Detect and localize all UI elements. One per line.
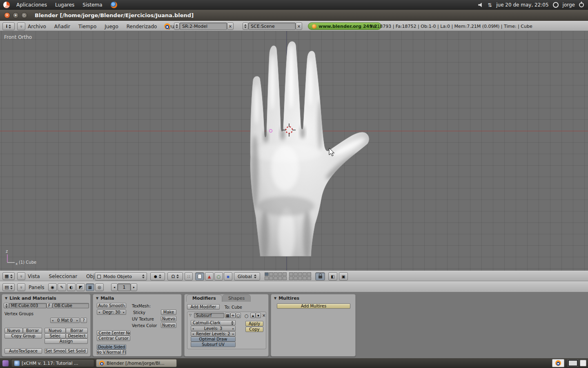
layer-toggle[interactable]: [274, 272, 278, 276]
manipulator-hand-button[interactable]: [195, 272, 204, 280]
minimize-icon[interactable]: ▾: [13, 12, 19, 18]
set-smooth-button[interactable]: Set Smoo: [45, 348, 66, 354]
viewport-3d[interactable]: z x Front Ortho (1) Cube: [0, 31, 588, 271]
layer-toggle[interactable]: [307, 276, 311, 280]
copy-group-button[interactable]: Copy Group: [4, 333, 42, 339]
auto-smooth-toggle[interactable]: Auto Smooth: [97, 303, 126, 308]
panel-collapse-icon[interactable]: ▼: [5, 296, 7, 300]
layer-toggle[interactable]: [294, 276, 298, 280]
object-context-icon[interactable]: ◩: [76, 283, 85, 291]
mesh-browse-button[interactable]: [4, 303, 9, 308]
editor-type-button[interactable]: ▦: [2, 272, 15, 280]
modifier-name-field[interactable]: Subsurf: [194, 313, 224, 318]
power-icon[interactable]: [579, 2, 584, 7]
mode-dropdown[interactable]: Modo Objeto: [95, 272, 147, 280]
screen-delete-x-button[interactable]: ×: [227, 22, 234, 30]
proportional-edit-button[interactable]: ◧: [328, 272, 337, 280]
mesh-name-field[interactable]: ME:Cube.003: [9, 303, 47, 308]
translate-manipulator-button[interactable]: ▲: [205, 272, 214, 280]
taskbar-window-blender[interactable]: Blender [/home/jorge/Bl...: [96, 359, 177, 367]
window-type-button[interactable]: i: [2, 22, 15, 30]
distro-menu-icon[interactable]: [3, 2, 10, 8]
lock-layers-button[interactable]: [315, 272, 325, 280]
modifier-editmode-toggle-icon[interactable]: ○: [236, 313, 241, 318]
window-list-applet-icon[interactable]: [2, 360, 9, 366]
add-modifier-button[interactable]: Add Modifier: [187, 304, 220, 310]
vertex-color-new-button[interactable]: Nuevo: [161, 323, 176, 328]
subdiv-type-dropdown[interactable]: Catmull-Clark: [191, 320, 236, 325]
tab-shapes[interactable]: Shapes: [222, 294, 251, 302]
sticky-make-button[interactable]: Make: [161, 310, 176, 315]
modifier-render-toggle-icon[interactable]: ▦: [225, 313, 230, 318]
screen-browse-button[interactable]: [174, 22, 180, 30]
editing-context-icon[interactable]: ▦: [86, 283, 94, 291]
layer-toggle[interactable]: [294, 272, 298, 276]
material-help-button[interactable]: ?: [80, 318, 87, 323]
set-solid-button[interactable]: Set Solid: [66, 348, 88, 354]
applications-menu[interactable]: Aplicaciones: [12, 0, 51, 10]
scene-name-field[interactable]: SCE:Scene: [248, 22, 296, 30]
menu-anadir[interactable]: Añadir: [54, 24, 70, 29]
snap-dots-icon[interactable]: ∷: [185, 272, 193, 280]
network-icon[interactable]: ⇅: [488, 2, 492, 8]
object-name-field[interactable]: OB:Cube: [52, 303, 89, 308]
frame-number-field[interactable]: 1: [118, 283, 131, 291]
layer-toggle[interactable]: [307, 272, 311, 276]
oncage-circle-icon[interactable]: ○: [245, 313, 249, 319]
layer-toggle[interactable]: [265, 272, 269, 276]
user-name[interactable]: jorge: [563, 2, 575, 8]
material-delete-button[interactable]: Borrar: [66, 328, 88, 333]
user-icon[interactable]: [553, 2, 559, 8]
autotexspace-button[interactable]: AutoTexSpace: [4, 348, 42, 354]
panel-collapse-icon[interactable]: ▼: [274, 296, 276, 300]
vgroup-delete-button[interactable]: Borrar: [23, 328, 42, 333]
layer-toggle[interactable]: [298, 272, 302, 276]
layer-toggle[interactable]: [278, 276, 282, 280]
tray-blender-icon[interactable]: [552, 359, 564, 367]
modifier-realtime-toggle-icon[interactable]: +: [230, 313, 236, 318]
scene-browse-button[interactable]: [243, 22, 248, 30]
pivot-dropdown[interactable]: Ω: [167, 272, 183, 280]
layer-toggle[interactable]: [283, 276, 287, 280]
trash-applet-icon[interactable]: [580, 360, 586, 366]
menu-vista[interactable]: Vista: [28, 274, 40, 279]
draw-type-dropdown[interactable]: ●: [150, 272, 165, 280]
scene-context-icon[interactable]: ◎: [95, 283, 104, 291]
header-collapse-button[interactable]: ▿: [17, 283, 25, 291]
header-collapse-button[interactable]: ▿: [17, 22, 25, 30]
frame-prev-icon[interactable]: ◂: [111, 283, 118, 291]
deselect-button[interactable]: Deselect: [66, 333, 88, 339]
assign-button[interactable]: Assign: [45, 339, 88, 344]
vgroup-new-button[interactable]: Nuevo: [4, 328, 23, 333]
tab-modifiers[interactable]: Modifiers: [186, 294, 222, 302]
firefox-launcher-icon[interactable]: [111, 2, 117, 8]
layer-toggle[interactable]: [283, 272, 287, 276]
degr-slider[interactable]: ◂Degr: 30▸: [97, 310, 126, 315]
modifier-moveup-icon[interactable]: ▴: [250, 313, 256, 318]
places-menu[interactable]: Lugares: [51, 0, 78, 10]
copy-button[interactable]: Copy: [245, 327, 263, 332]
optimal-draw-toggle[interactable]: Optimal Draw: [191, 337, 236, 342]
frame-next-icon[interactable]: ▸: [131, 283, 137, 291]
layer-toggle[interactable]: [289, 272, 293, 276]
rotate-manipulator-button[interactable]: ○: [214, 272, 223, 280]
workspace-switcher[interactable]: [568, 359, 578, 367]
orientation-dropdown[interactable]: Global: [234, 272, 260, 280]
uv-texture-new-button[interactable]: Nuevo: [161, 316, 176, 321]
shading-context-icon[interactable]: ◐: [67, 283, 76, 291]
screen-name-field[interactable]: SR:2-Model: [180, 22, 227, 30]
system-menu[interactable]: Sistema: [78, 0, 106, 10]
layer-toggle[interactable]: [303, 272, 307, 276]
window-title-bar[interactable]: × ▾ ○ Blender [/home/jorge/Blender/Ejerc…: [0, 10, 588, 21]
modifier-collapse-icon[interactable]: ▽: [189, 313, 192, 317]
script-context-icon[interactable]: ✎: [58, 283, 66, 291]
modifier-movedown-icon[interactable]: ▾: [256, 313, 261, 318]
menu-seleccionar[interactable]: Seleccionar: [49, 274, 77, 279]
menu-renderizado[interactable]: Renderizado: [127, 24, 157, 29]
layer-toggle[interactable]: [274, 276, 278, 280]
taskbar-window-xchm[interactable]: [xCHM v. 1.17: Tutorial ...: [11, 359, 94, 367]
menu-archivo[interactable]: Archivo: [28, 24, 46, 29]
menu-juego[interactable]: Juego: [105, 24, 118, 29]
centre-cursor-button[interactable]: Centrar Cursor: [97, 336, 130, 341]
subsurf-uv-toggle[interactable]: Subsurf UV: [191, 342, 236, 347]
